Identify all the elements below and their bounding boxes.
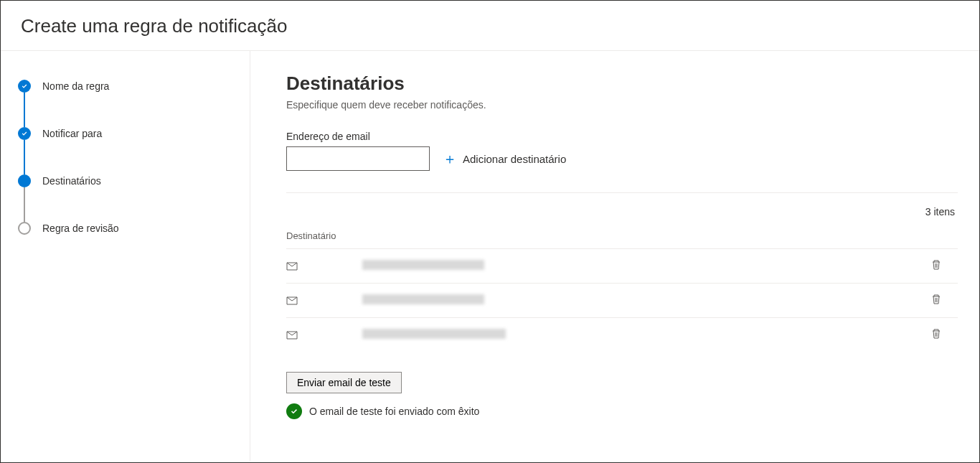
step-connector xyxy=(24,187,25,222)
status-row: O email de teste foi enviado com êxito xyxy=(286,403,958,419)
delete-recipient-button[interactable] xyxy=(915,259,958,273)
table-header: Destinatário xyxy=(286,230,958,248)
trash-icon xyxy=(930,259,942,271)
recipient-row xyxy=(286,283,958,317)
count-unit: itens xyxy=(933,206,955,218)
mail-icon xyxy=(286,296,298,305)
upcoming-step-icon xyxy=(18,222,31,235)
trash-icon xyxy=(930,294,942,305)
delete-recipient-button[interactable] xyxy=(915,328,958,342)
dialog-header: Create uma regra de notificação xyxy=(1,1,979,51)
dialog-frame: Create uma regra de notificação Nome da … xyxy=(0,0,980,463)
wizard-steps: Nome da regra Notificar para Destinatári… xyxy=(18,80,232,235)
delete-recipient-button[interactable] xyxy=(915,294,958,307)
step-recipients[interactable]: Destinatários xyxy=(18,174,232,222)
dialog-title: Create uma regra de notificação xyxy=(21,15,959,37)
check-icon xyxy=(18,127,31,140)
section-title: Destinatários xyxy=(286,73,958,95)
step-review-rule[interactable]: Regra de revisão xyxy=(18,222,232,235)
recipient-row xyxy=(286,248,958,283)
add-recipient-label: Adicionar destinatário xyxy=(463,153,566,165)
footer-area: Enviar email de teste O email de teste f… xyxy=(286,372,958,419)
step-connector xyxy=(24,93,25,127)
send-test-email-button[interactable]: Enviar email de teste xyxy=(286,372,402,393)
current-step-icon xyxy=(18,174,31,187)
wizard-sidebar: Nome da regra Notificar para Destinatári… xyxy=(1,51,250,461)
success-icon xyxy=(286,403,302,419)
recipient-email xyxy=(362,260,915,272)
email-input[interactable] xyxy=(286,146,430,171)
recipient-email xyxy=(362,294,915,307)
main-panel: Destinatários Especifique quem deve rece… xyxy=(250,51,979,461)
email-field-label: Endereço de email xyxy=(286,131,958,142)
email-input-row: ＋ Adicionar destinatário xyxy=(286,146,958,171)
step-notify-for[interactable]: Notificar para xyxy=(18,127,232,174)
check-icon xyxy=(18,80,31,93)
item-count: 3 itens xyxy=(286,193,958,230)
step-rule-name[interactable]: Nome da regra xyxy=(18,80,232,127)
step-label: Regra de revisão xyxy=(42,223,119,234)
status-text: O email de teste foi enviado com êxito xyxy=(309,406,479,417)
recipient-email xyxy=(362,329,915,341)
step-label: Notificar para xyxy=(42,128,102,139)
count-value: 3 xyxy=(925,206,931,218)
step-connector xyxy=(24,140,25,174)
mail-icon xyxy=(286,262,298,271)
plus-icon: ＋ xyxy=(443,151,457,166)
dialog-body: Nome da regra Notificar para Destinatári… xyxy=(1,51,979,461)
recipient-row xyxy=(286,317,958,352)
trash-icon xyxy=(930,328,942,340)
section-subtitle: Especifique quem deve receber notificaçõ… xyxy=(286,99,958,111)
step-label: Destinatários xyxy=(42,175,101,187)
add-recipient-button[interactable]: ＋ Adicionar destinatário xyxy=(443,151,566,166)
mail-icon xyxy=(286,331,298,340)
step-label: Nome da regra xyxy=(42,80,109,92)
